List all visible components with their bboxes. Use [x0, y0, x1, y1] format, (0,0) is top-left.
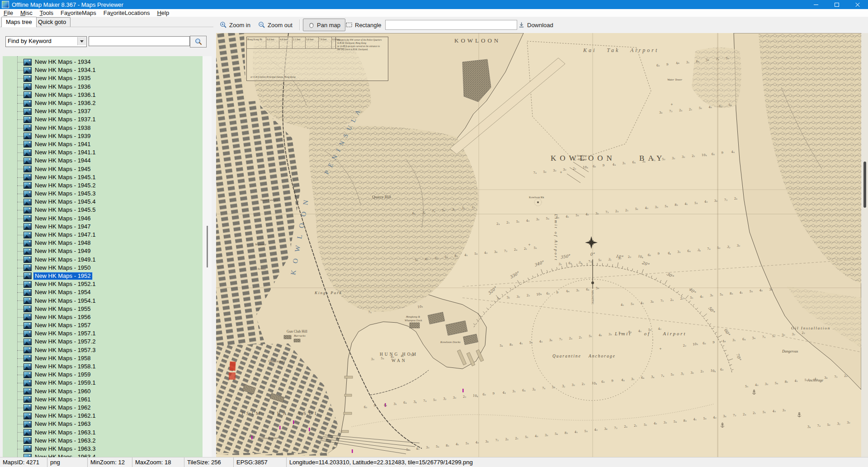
svg-text:3₃: 3₃	[435, 257, 438, 260]
menu-bar: FileMiscToolsFavoriteMapsFavoriteLocatio…	[0, 9, 868, 17]
magnifier-plus-icon	[220, 21, 227, 29]
tree-item[interactable]: New HK Maps - 1958.1	[3, 362, 203, 371]
tree-item[interactable]: New HK Maps - 1961	[3, 396, 203, 404]
tree-item[interactable]: New HK Maps - 1954.1	[3, 296, 203, 305]
tree-item[interactable]: New HK Maps - 1957.3	[3, 346, 203, 354]
map-scrollbar[interactable]	[861, 33, 868, 457]
svg-text:3₃: 3₃	[765, 382, 768, 386]
tree-item[interactable]: New HK Maps - 1945.3	[3, 190, 203, 198]
app-icon	[2, 1, 9, 8]
svg-text:7₂: 7₂	[669, 110, 672, 113]
menu-item-favoritelocations[interactable]: FavoriteLocations	[100, 9, 154, 17]
minimize-button[interactable]	[806, 0, 826, 9]
tree-item[interactable]: New HK Maps - 1962	[3, 404, 203, 412]
tree-item[interactable]: New HK Maps - 1963.3	[3, 445, 203, 453]
zoom-out-button[interactable]: Zoom out	[258, 19, 292, 30]
svg-text:9: 9	[666, 63, 668, 67]
tree-item[interactable]: New HK Maps - 1957	[3, 321, 203, 329]
svg-text:3₂: 3₂	[690, 371, 693, 375]
svg-text:5₄: 5₄	[775, 381, 778, 385]
tree-item[interactable]: New HK Maps - 1963.1	[3, 428, 203, 436]
tree-item-label: New HK Maps - 1936	[33, 83, 92, 91]
keyword-input[interactable]	[89, 36, 190, 46]
tree-item[interactable]: New HK Maps - 1935	[3, 74, 203, 82]
tree-item[interactable]: New HK Maps - 1963	[3, 420, 203, 428]
svg-text:3₆: 3₆	[486, 440, 489, 443]
map-scrollbar-thumb[interactable]	[863, 162, 866, 208]
tree-item[interactable]: New HK Maps - 1945.1	[3, 173, 203, 181]
tree-item-label: New HK Maps - 1941	[33, 141, 92, 148]
tree-item[interactable]: New HK Maps - 1945.5	[3, 206, 203, 214]
tree-item[interactable]: New HK Maps - 1962.1	[3, 412, 203, 420]
tree-item[interactable]: New HK Maps - 1936.1	[3, 91, 203, 99]
tree-item[interactable]: New HK Maps - 1941	[3, 140, 203, 148]
tree-item[interactable]: New HK Maps - 1952	[3, 272, 203, 280]
svg-text:4₄: 4₄	[731, 150, 735, 154]
tree-item[interactable]: New HK Maps - 1947.1	[3, 231, 203, 239]
tree-item[interactable]: New HK Maps - 1959.1	[3, 379, 203, 387]
tree-item[interactable]: New HK Maps - 1952.1	[3, 280, 203, 288]
tree-item[interactable]: New HK Maps - 1946	[3, 214, 203, 223]
search-button[interactable]	[190, 36, 207, 48]
find-mode-select[interactable]: Find by Keyword	[5, 36, 87, 47]
tree-item[interactable]: New HK Maps - 1939	[3, 132, 203, 140]
tree-item-label: New HK Maps - 1945.3	[33, 190, 97, 197]
svg-text:4₃: 4₃	[654, 422, 657, 425]
tree-item[interactable]: New HK Maps - 1945	[3, 165, 203, 173]
tree-item[interactable]: New HK Maps - 1950	[3, 264, 203, 272]
svg-text:7₄: 7₄	[368, 310, 371, 314]
tree-item[interactable]: New HK Maps - 1941.1	[3, 148, 203, 157]
menu-item-tools[interactable]: Tools	[36, 9, 57, 17]
tree-item-label: New HK Maps - 1959	[33, 371, 92, 378]
menu-item-misc[interactable]: Misc	[17, 9, 36, 17]
tree-item[interactable]: New HK Maps - 1957.1	[3, 329, 203, 338]
maximize-button[interactable]	[826, 0, 847, 9]
svg-text:5₃: 5₃	[529, 341, 533, 344]
download-name-input[interactable]	[385, 20, 517, 30]
tree-item[interactable]: New HK Maps - 1945.2	[3, 181, 203, 190]
tree-item[interactable]: New HK Maps - 1936.2	[3, 99, 203, 107]
map-panel: Zoom in Zoom out Pan map	[216, 17, 868, 457]
tree-item-label: New HK Maps - 1945.4	[33, 198, 97, 205]
tree-item[interactable]: New HK Maps - 1937.1	[3, 115, 203, 124]
tree-item[interactable]: New HK Maps - 1959	[3, 371, 203, 379]
tree-item[interactable]: New HK Maps - 1963.2	[3, 437, 203, 445]
rectangle-button[interactable]: Rectangle	[345, 19, 382, 30]
close-button[interactable]	[847, 0, 868, 9]
tree-item-label: New HK Maps - 1935	[33, 75, 92, 82]
tree-item[interactable]: New HK Maps - 1956	[3, 313, 203, 321]
svg-text:5₁: 5₁	[763, 410, 766, 414]
tree-item[interactable]: New HK Maps - 1949	[3, 247, 203, 255]
tree-item[interactable]: New HK Maps - 1937	[3, 107, 203, 115]
tree-item[interactable]: New HK Maps - 1955	[3, 305, 203, 313]
menu-item-file[interactable]: File	[0, 9, 17, 17]
menu-item-favoritemaps[interactable]: FavoriteMaps	[57, 9, 100, 17]
tree-scrollbar-thumb[interactable]	[207, 226, 208, 267]
tree-scrollbar[interactable]	[203, 56, 212, 467]
tree-item[interactable]: New HK Maps - 1945.4	[3, 198, 203, 206]
tree-item[interactable]: New HK Maps - 1936	[3, 83, 203, 91]
tree-item[interactable]: New HK Maps - 1957.2	[3, 338, 203, 346]
tree-item[interactable]: New HK Maps - 1944	[3, 157, 203, 165]
map-item-icon	[24, 281, 32, 288]
tree-item[interactable]: New HK Maps - 1949.1	[3, 256, 203, 264]
map-canvas[interactable]: 320°330°340°350°0°10°20°30°40°50°60°70°	[216, 33, 861, 457]
zoom-in-button[interactable]: Zoom in	[220, 19, 250, 30]
pan-map-button[interactable]: Pan map	[303, 19, 345, 31]
tree-item[interactable]: New HK Maps - 1934	[3, 58, 203, 66]
download-button[interactable]: Download	[518, 19, 553, 30]
svg-text:4₂: 4₂	[484, 251, 487, 255]
tree-item[interactable]: New HK Maps - 1960	[3, 387, 203, 396]
tree-item[interactable]: New HK Maps - 1954	[3, 288, 203, 296]
tree-item[interactable]: New HK Maps - 1947	[3, 223, 203, 231]
tree-item[interactable]: New HK Maps - 1958	[3, 354, 203, 362]
tab-maps-tree[interactable]: Maps tree	[1, 17, 37, 27]
chevron-down-icon[interactable]	[77, 37, 86, 45]
tree-item[interactable]: New HK Maps - 1934.1	[3, 66, 203, 74]
menu-item-help[interactable]: Help	[153, 9, 173, 17]
svg-text:4₃: 4₃	[416, 447, 419, 451]
tree-item[interactable]: New HK Maps - 1948	[3, 239, 203, 247]
tree-item[interactable]: New HK Maps - 1938	[3, 124, 203, 132]
tab-quick-goto[interactable]: Quick goto	[33, 17, 71, 27]
tree-item-label: New HK Maps - 1945.2	[33, 182, 97, 189]
